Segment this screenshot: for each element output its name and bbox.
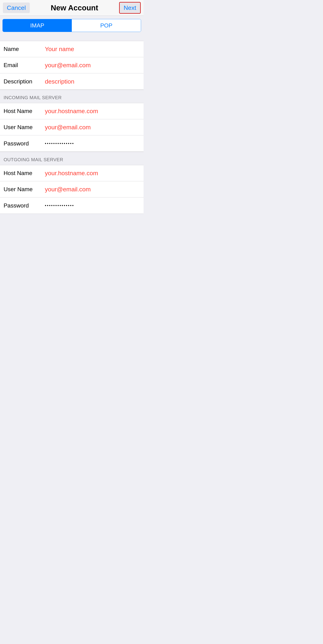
name-row: Name Your name <box>0 41 144 57</box>
description-input[interactable]: description <box>45 78 140 85</box>
incoming-host-input[interactable]: your.hostname.com <box>45 108 140 114</box>
pop-segment-button[interactable]: POP <box>72 19 141 32</box>
incoming-username-row: User Name your@email.com <box>0 119 144 136</box>
cancel-button[interactable]: Cancel <box>3 2 30 13</box>
description-label: Description <box>4 78 45 85</box>
incoming-server-section: Host Name your.hostname.com User Name yo… <box>0 103 144 152</box>
outgoing-username-row: User Name your@email.com <box>0 181 144 198</box>
account-type-segment: IMAP POP <box>3 19 141 32</box>
account-info-section: Name Your name Email your@email.com Desc… <box>0 41 144 90</box>
incoming-host-row: Host Name your.hostname.com <box>0 103 144 119</box>
name-label: Name <box>4 46 45 52</box>
imap-segment-button[interactable]: IMAP <box>3 19 72 32</box>
incoming-password-input[interactable]: •••••••••••••• <box>45 141 140 146</box>
incoming-username-input[interactable]: your@email.com <box>45 124 140 131</box>
navigation-bar: Cancel New Account Next <box>0 0 144 16</box>
outgoing-username-input[interactable]: your@email.com <box>45 186 140 193</box>
email-input[interactable]: your@email.com <box>45 62 140 69</box>
incoming-password-label: Password <box>4 140 45 147</box>
incoming-username-label: User Name <box>4 124 45 130</box>
incoming-server-header: INCOMING MAIL SERVER <box>0 90 144 103</box>
outgoing-password-label: Password <box>4 202 45 209</box>
outgoing-password-row: Password •••••••••••••• <box>0 198 144 214</box>
next-button[interactable]: Next <box>119 2 141 14</box>
outgoing-host-input[interactable]: your.hostname.com <box>45 170 140 177</box>
outgoing-host-label: Host Name <box>4 170 45 176</box>
outgoing-server-header-text: OUTGOING MAIL SERVER <box>4 157 63 162</box>
name-input[interactable]: Your name <box>45 46 140 52</box>
outgoing-server-section: Host Name your.hostname.com User Name yo… <box>0 165 144 214</box>
incoming-host-label: Host Name <box>4 108 45 114</box>
spacer-1 <box>0 32 144 41</box>
incoming-server-header-text: INCOMING MAIL SERVER <box>4 95 62 100</box>
outgoing-username-label: User Name <box>4 186 45 192</box>
page-title: New Account <box>51 4 98 12</box>
email-row: Email your@email.com <box>0 57 144 73</box>
email-label: Email <box>4 62 45 68</box>
outgoing-host-row: Host Name your.hostname.com <box>0 165 144 181</box>
description-row: Description description <box>0 73 144 90</box>
incoming-password-row: Password •••••••••••••• <box>0 136 144 152</box>
outgoing-server-header: OUTGOING MAIL SERVER <box>0 152 144 165</box>
outgoing-password-input[interactable]: •••••••••••••• <box>45 203 140 208</box>
